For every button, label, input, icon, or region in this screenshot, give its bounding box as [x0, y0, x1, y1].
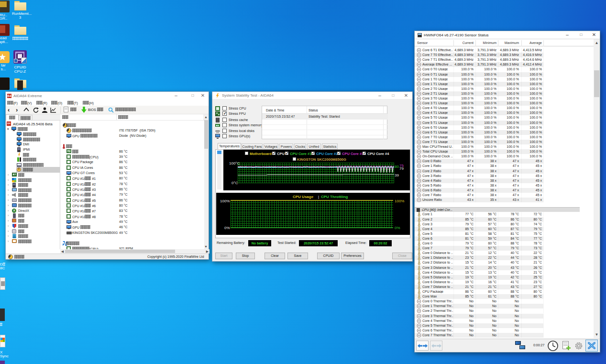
svg-text:100%: 100% — [220, 199, 230, 203]
svg-text:100%: 100% — [395, 199, 404, 203]
svg-text:0%: 0% — [395, 226, 400, 230]
svg-text:0%: 0% — [224, 226, 230, 230]
svg-text:CPU Usage: CPU Usage — [293, 195, 314, 199]
svg-text:79: 79 — [399, 166, 404, 171]
svg-text:0°C: 0°C — [231, 181, 238, 185]
svg-text:CPU Throttling: CPU Throttling — [321, 195, 348, 199]
svg-text:80: 80 — [395, 165, 399, 169]
svg-text:39: 39 — [395, 173, 399, 177]
svg-text:|: | — [318, 195, 319, 199]
svg-text:100°C: 100°C — [229, 161, 240, 165]
